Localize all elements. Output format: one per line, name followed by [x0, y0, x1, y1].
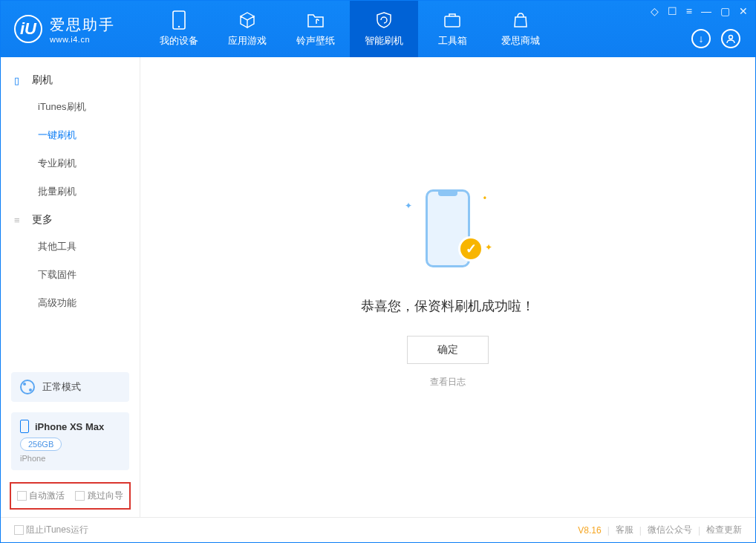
logo-icon: iU [14, 15, 42, 43]
download-icon[interactable]: ↓ [691, 29, 711, 48]
minimize-icon[interactable]: — [701, 5, 711, 17]
app-title: 爱思助手 [50, 15, 115, 35]
highlighted-options: 自动激活 跳过向导 [10, 482, 131, 510]
tab-toolbox[interactable]: 工具箱 [418, 1, 486, 57]
success-message: 恭喜您，保资料刷机成功啦！ [361, 297, 535, 315]
device-phone-icon [20, 420, 29, 433]
maximize-icon[interactable]: ▢ [720, 5, 730, 17]
support-link[interactable]: 客服 [616, 524, 633, 536]
status-bar: 阻止iTunes运行 V8.16 | 客服 | 微信公众号 | 检查更新 [1, 517, 755, 542]
device-type: iPhone [20, 454, 120, 463]
tab-ringtones[interactable]: 铃声壁纸 [281, 1, 350, 57]
device-info-panel[interactable]: iPhone XS Max 256GB iPhone [11, 412, 129, 470]
checkbox-icon [75, 491, 85, 501]
check-update-link[interactable]: 检查更新 [706, 524, 742, 536]
sidebar-item-other-tools[interactable]: 其他工具 [1, 233, 140, 261]
mode-icon [20, 380, 35, 394]
phone-icon [172, 10, 186, 30]
svg-rect-2 [445, 16, 460, 27]
sidebar-item-download-firmware[interactable]: 下载固件 [1, 261, 140, 289]
menu-icon[interactable]: ≡ [686, 5, 692, 17]
list-icon: ≡ [14, 215, 25, 226]
option-block-itunes[interactable]: 阻止iTunes运行 [14, 524, 88, 536]
success-illustration: ✓ ✦ ✦ • [403, 186, 492, 275]
option-auto-activate[interactable]: 自动激活 [17, 490, 65, 502]
wechat-link[interactable]: 微信公众号 [648, 524, 692, 536]
sidebar-section-more: ≡ 更多 [1, 206, 140, 233]
device-mode-panel[interactable]: 正常模式 [11, 372, 129, 402]
svg-point-1 [178, 26, 180, 27]
version-label: V8.16 [578, 525, 601, 536]
music-folder-icon [306, 10, 325, 30]
cube-icon [238, 10, 257, 30]
user-icon[interactable] [721, 29, 740, 48]
window-controls: ◇ ☐ ≡ — ▢ ✕ [651, 5, 748, 17]
tab-smart-flash[interactable]: 智能刷机 [350, 1, 418, 57]
checkmark-badge-icon: ✓ [458, 236, 483, 261]
sidebar-item-onekey-flash[interactable]: 一键刷机 [1, 121, 140, 149]
app-header: iU 爱思助手 www.i4.cn 我的设备 应用游戏 铃声壁纸 智能刷机 工具… [1, 1, 755, 57]
skin-icon[interactable]: ◇ [651, 5, 659, 17]
briefcase-icon [443, 10, 462, 30]
svg-point-3 [729, 36, 733, 39]
device-storage-badge: 256GB [20, 438, 62, 451]
sparkle-icon: ✦ [485, 242, 492, 253]
sidebar-item-itunes-flash[interactable]: iTunes刷机 [1, 93, 140, 121]
sidebar-section-flash: ▯ 刷机 [1, 66, 140, 93]
tab-apps-games[interactable]: 应用游戏 [213, 1, 281, 57]
option-skip-guide[interactable]: 跳过向导 [75, 490, 123, 502]
bag-icon [512, 10, 529, 30]
sidebar-item-batch-flash[interactable]: 批量刷机 [1, 178, 140, 206]
mode-label: 正常模式 [42, 380, 81, 394]
tab-store[interactable]: 爱思商城 [486, 1, 555, 57]
tab-my-device[interactable]: 我的设备 [145, 1, 213, 57]
main-tabs: 我的设备 应用游戏 铃声壁纸 智能刷机 工具箱 爱思商城 [145, 1, 555, 57]
sidebar: ▯ 刷机 iTunes刷机 一键刷机 专业刷机 批量刷机 ≡ 更多 其他工具 下… [1, 57, 140, 517]
phone-outline-icon: ▯ [14, 75, 25, 86]
view-log-link[interactable]: 查看日志 [430, 376, 466, 388]
app-subtitle: www.i4.cn [50, 35, 115, 44]
sparkle-icon: • [483, 193, 486, 204]
close-icon[interactable]: ✕ [739, 5, 748, 17]
app-logo: iU 爱思助手 www.i4.cn [14, 15, 115, 44]
sidebar-item-pro-flash[interactable]: 专业刷机 [1, 149, 140, 178]
main-content: ✓ ✦ ✦ • 恭喜您，保资料刷机成功啦！ 确定 查看日志 [140, 57, 755, 517]
device-name: iPhone XS Max [35, 421, 104, 432]
header-right-icons: ↓ [691, 29, 740, 48]
sidebar-item-advanced[interactable]: 高级功能 [1, 289, 140, 317]
checkbox-icon [14, 525, 24, 535]
checkbox-icon [17, 491, 27, 501]
sparkle-icon: ✦ [405, 201, 412, 211]
ok-button[interactable]: 确定 [407, 336, 489, 364]
shield-refresh-icon [374, 10, 394, 30]
feedback-icon[interactable]: ☐ [668, 5, 677, 17]
